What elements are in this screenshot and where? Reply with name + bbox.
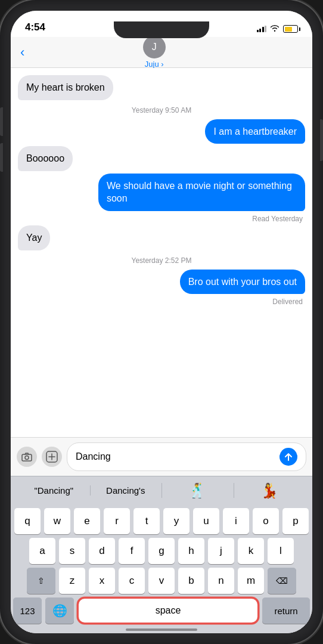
chat-area: My heart is brokenYesterday 9:50 AMI am … <box>11 68 312 437</box>
num-key[interactable]: 123 <box>13 597 42 624</box>
phone-frame: 4:54 ‹ J <box>0 0 323 644</box>
status-time: 4:54 <box>25 21 45 33</box>
key-l[interactable]: l <box>268 538 294 564</box>
key-w[interactable]: w <box>44 508 70 534</box>
notch <box>114 21 209 38</box>
message-row: Yay <box>18 225 305 250</box>
key-v[interactable]: v <box>148 568 175 594</box>
key-s[interactable]: s <box>59 538 85 564</box>
svg-rect-0 <box>22 454 32 461</box>
nav-bar: ‹ J Juju › <box>11 37 312 68</box>
battery-icon <box>283 25 298 33</box>
key-j[interactable]: j <box>208 538 234 564</box>
message-row: My heart is broken <box>18 75 305 100</box>
autocomplete-item-1[interactable]: "Dancing" <box>18 483 90 498</box>
message-input[interactable]: Dancing <box>76 451 111 462</box>
backspace-key[interactable]: ⌫ <box>268 568 296 594</box>
wifi-icon <box>270 24 279 33</box>
message-row: We should have a movie night or somethin… <box>18 174 305 211</box>
home-bar <box>126 628 197 631</box>
return-key[interactable]: return <box>262 597 310 624</box>
send-button[interactable] <box>279 448 297 466</box>
key-m[interactable]: m <box>238 568 264 594</box>
message-row: Bro out with your bros out <box>18 270 305 295</box>
camera-button[interactable] <box>17 447 37 467</box>
key-a[interactable]: a <box>29 538 55 564</box>
autocomplete-item-4[interactable]: 💃 <box>234 480 306 501</box>
key-o[interactable]: o <box>253 508 279 534</box>
autocomplete-bar: "Dancing" Dancing's 🕺 💃 <box>11 476 312 504</box>
message-bubble: I am a heartbreaker <box>205 119 305 144</box>
appstore-button[interactable] <box>42 447 62 467</box>
key-e[interactable]: e <box>74 508 100 534</box>
power-button[interactable] <box>320 119 323 161</box>
autocomplete-item-3[interactable]: 🕺 <box>162 480 234 501</box>
signal-icon <box>257 26 267 32</box>
phone-screen: 4:54 ‹ J <box>11 11 312 633</box>
key-c[interactable]: c <box>119 568 145 594</box>
key-g[interactable]: g <box>148 538 175 564</box>
volume-up-button[interactable] <box>0 107 3 136</box>
volume-down-button[interactable] <box>0 143 3 172</box>
key-k[interactable]: k <box>238 538 264 564</box>
key-h[interactable]: h <box>178 538 204 564</box>
home-indicator <box>11 628 312 633</box>
delivered-status: Delivered <box>18 298 305 306</box>
message-bubble: Bro out with your bros out <box>180 270 305 295</box>
status-icons <box>257 24 299 33</box>
timestamp: Yesterday 9:50 AM <box>18 106 305 114</box>
key-u[interactable]: u <box>193 508 219 534</box>
contact-name[interactable]: Juju › <box>145 60 164 69</box>
key-f[interactable]: f <box>119 538 145 564</box>
message-bubble: My heart is broken <box>18 75 113 100</box>
globe-key[interactable]: 🌐 <box>45 597 74 624</box>
keyboard-row-2: asdfghjkl <box>11 534 312 564</box>
back-button[interactable]: ‹ <box>20 45 24 60</box>
key-n[interactable]: n <box>208 568 234 594</box>
key-q[interactable]: q <box>14 508 41 534</box>
nav-center[interactable]: J Juju › <box>29 36 279 69</box>
keyboard: qwertyuiop asdfghjkl ⇧zxcvbnm⌫ 123 🌐 spa… <box>11 504 312 633</box>
shift-key[interactable]: ⇧ <box>27 568 55 594</box>
space-key[interactable]: space <box>77 597 259 624</box>
input-bar: Dancing <box>11 437 312 476</box>
read-status: Read Yesterday <box>18 215 305 223</box>
autocomplete-item-2[interactable]: Dancing's <box>90 483 162 498</box>
message-input-wrap[interactable]: Dancing <box>67 442 306 471</box>
key-t[interactable]: t <box>133 508 160 534</box>
message-bubble: We should have a movie night or somethin… <box>98 174 305 211</box>
timestamp: Yesterday 2:52 PM <box>18 256 305 265</box>
key-b[interactable]: b <box>178 568 204 594</box>
message-row: I am a heartbreaker <box>18 119 305 144</box>
message-row: Boooooo <box>18 146 305 171</box>
key-i[interactable]: i <box>223 508 249 534</box>
key-r[interactable]: r <box>104 508 130 534</box>
key-x[interactable]: x <box>89 568 115 594</box>
key-y[interactable]: y <box>163 508 190 534</box>
keyboard-row-1: qwertyuiop <box>11 504 312 534</box>
key-d[interactable]: d <box>89 538 115 564</box>
message-bubble: Boooooo <box>18 146 73 171</box>
key-p[interactable]: p <box>282 508 309 534</box>
key-z[interactable]: z <box>59 568 85 594</box>
keyboard-bottom-row: 123 🌐 space return <box>11 594 312 628</box>
keyboard-row-3: ⇧zxcvbnm⌫ <box>11 564 312 594</box>
svg-point-1 <box>25 456 29 459</box>
contact-avatar: J <box>143 36 166 58</box>
message-bubble: Yay <box>18 225 50 250</box>
